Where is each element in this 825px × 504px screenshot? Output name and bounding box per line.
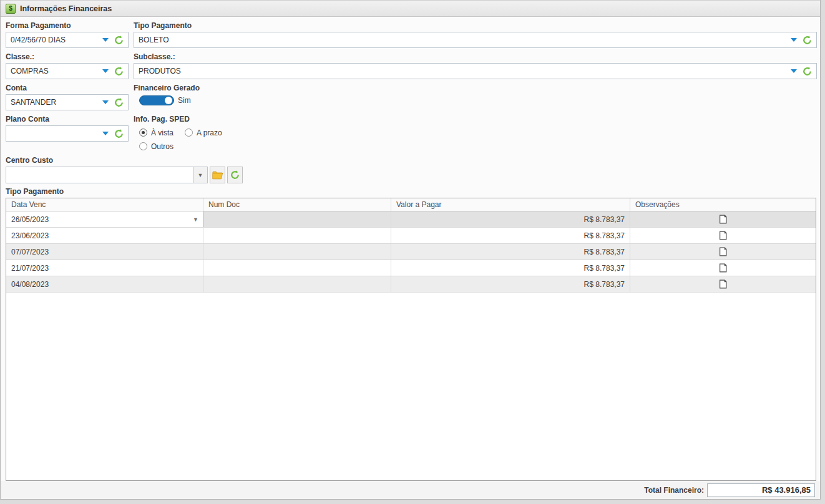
- tipo-pagamento-value: BOLETO: [139, 36, 786, 44]
- chevron-down-icon[interactable]: [102, 69, 109, 73]
- data-venc-cell[interactable]: 23/06/2023: [6, 228, 203, 243]
- conta-value: SANTANDER: [11, 98, 97, 107]
- note-icon: [718, 263, 728, 273]
- chevron-down-icon[interactable]: [791, 69, 797, 73]
- note-icon: [718, 279, 728, 289]
- refresh-icon[interactable]: [114, 66, 124, 77]
- centro-custo-group: ▼: [6, 167, 817, 183]
- observacoes-cell: [630, 260, 816, 276]
- radio-label: À vista: [151, 128, 173, 137]
- data-venc-cell-editor[interactable]: 26/05/2023 ▼: [6, 211, 203, 227]
- note-button[interactable]: [718, 231, 728, 240]
- num-doc-cell[interactable]: [203, 211, 391, 227]
- centro-custo-dropdown-button[interactable]: ▼: [193, 167, 208, 183]
- plano-conta-label: Plano Conta: [6, 114, 129, 124]
- chevron-down-icon[interactable]: [791, 38, 797, 42]
- col-header-num-doc: Num Doc: [203, 198, 391, 211]
- tipo-pagamento-section-label: Tipo Pagamento: [6, 187, 820, 196]
- observacoes-cell: [630, 244, 816, 259]
- folder-button[interactable]: [210, 167, 225, 183]
- centro-custo-label: Centro Custo: [6, 155, 817, 165]
- tipo-pagamento-select[interactable]: BOLETO: [134, 32, 817, 48]
- valor-cell[interactable]: R$ 8.783,37: [391, 228, 630, 243]
- valor-cell[interactable]: R$ 8.783,37: [391, 276, 630, 292]
- chevron-down-icon[interactable]: [102, 100, 109, 104]
- financial-info-panel: $ Informações Financeiras Forma Pagament…: [0, 0, 821, 500]
- payments-grid: Data Venc Num Doc Valor a Pagar Observaç…: [6, 198, 816, 481]
- panel-title: Informações Financeiras: [20, 4, 112, 13]
- radio-icon: [139, 142, 147, 150]
- panel-header: $ Informações Financeiras: [1, 0, 820, 17]
- radio-a-vista[interactable]: À vista: [139, 128, 173, 137]
- observacoes-cell: [630, 276, 816, 292]
- refresh-icon[interactable]: [802, 35, 813, 46]
- chevron-down-icon[interactable]: [102, 38, 109, 42]
- radio-outros[interactable]: Outros: [139, 142, 173, 151]
- col-header-observacoes: Observações: [630, 198, 816, 211]
- grid-header: Data Venc Num Doc Valor a Pagar Observaç…: [6, 198, 816, 211]
- refresh-icon[interactable]: [114, 35, 124, 46]
- data-venc-cell[interactable]: 04/08/2023: [6, 276, 203, 292]
- chevron-down-icon[interactable]: [102, 132, 109, 135]
- info-pag-sped-label: Info. Pag. SPED: [134, 114, 817, 124]
- radio-icon: [185, 128, 193, 137]
- radio-a-prazo[interactable]: A prazo: [185, 128, 222, 137]
- financeiro-gerado-toggle[interactable]: [139, 95, 174, 105]
- info-pag-sped-group: À vista A prazo Outros: [134, 124, 817, 152]
- valor-cell[interactable]: R$ 8.783,37: [391, 260, 630, 276]
- num-doc-cell[interactable]: [203, 244, 391, 259]
- financeiro-gerado-group: Sim: [134, 94, 817, 107]
- classe-value: COMPRAS: [11, 67, 97, 75]
- data-venc-cell[interactable]: 21/07/2023: [6, 260, 203, 276]
- classe-label: Classe.:: [6, 52, 129, 62]
- valor-cell[interactable]: R$ 8.783,37: [391, 211, 630, 227]
- centro-custo-input[interactable]: [6, 167, 193, 183]
- observacoes-cell: [630, 211, 816, 227]
- refresh-icon: [230, 170, 240, 180]
- totals-footer: Total Financeiro: R$ 43.916,85: [1, 481, 820, 499]
- form-area: Forma Pagamento Tipo Pagamento 0/42/56/7…: [1, 17, 820, 183]
- chevron-down-icon[interactable]: ▼: [193, 216, 198, 223]
- total-financeiro-label: Total Financeiro:: [644, 486, 704, 495]
- financeiro-gerado-state: Sim: [178, 96, 191, 105]
- note-icon: [718, 247, 728, 256]
- folder-icon: [212, 171, 223, 180]
- money-icon: $: [6, 4, 16, 14]
- refresh-icon[interactable]: [802, 66, 813, 77]
- num-doc-cell[interactable]: [203, 276, 391, 292]
- note-button[interactable]: [718, 263, 728, 273]
- col-header-data-venc: Data Venc: [6, 198, 203, 211]
- subclasse-select[interactable]: PRODUTOS: [134, 63, 817, 79]
- table-row: 04/08/2023 R$ 8.783,37: [6, 276, 816, 293]
- forma-pagamento-select[interactable]: 0/42/56/70 DIAS: [6, 32, 129, 48]
- radio-label: Outros: [151, 142, 173, 151]
- note-icon: [718, 231, 728, 240]
- conta-select[interactable]: SANTANDER: [6, 94, 129, 110]
- plano-conta-select[interactable]: [6, 125, 129, 142]
- note-button[interactable]: [718, 215, 728, 224]
- tipo-pagamento-label: Tipo Pagamento: [134, 21, 817, 31]
- radio-label: A prazo: [197, 128, 222, 137]
- observacoes-cell: [630, 228, 816, 243]
- num-doc-cell[interactable]: [203, 260, 391, 276]
- note-button[interactable]: [718, 247, 728, 256]
- table-row: 07/07/2023 R$ 8.783,37: [6, 244, 816, 260]
- conta-label: Conta: [6, 83, 129, 93]
- data-venc-cell[interactable]: 07/07/2023: [6, 244, 203, 259]
- subclasse-value: PRODUTOS: [139, 67, 786, 75]
- refresh-icon[interactable]: [114, 97, 124, 108]
- note-icon: [718, 215, 728, 224]
- forma-pagamento-label: Forma Pagamento: [6, 21, 129, 31]
- refresh-button[interactable]: [227, 167, 243, 183]
- valor-cell[interactable]: R$ 8.783,37: [391, 244, 630, 259]
- note-button[interactable]: [718, 279, 728, 289]
- total-financeiro-value: R$ 43.916,85: [707, 483, 815, 497]
- classe-select[interactable]: COMPRAS: [6, 63, 129, 79]
- num-doc-cell[interactable]: [203, 228, 391, 243]
- subclasse-label: Subclasse.:: [134, 52, 817, 62]
- data-venc-value: 26/05/2023: [11, 215, 49, 224]
- financeiro-gerado-label: Financeiro Gerado: [134, 83, 817, 93]
- toggle-knob: [165, 97, 172, 104]
- refresh-icon[interactable]: [114, 128, 124, 139]
- table-row: 23/06/2023 R$ 8.783,37: [6, 228, 816, 244]
